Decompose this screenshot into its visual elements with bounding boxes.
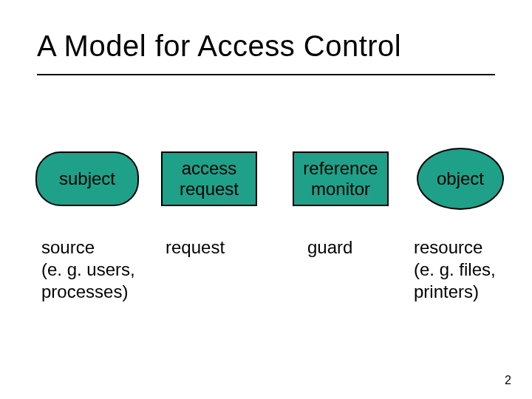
shape-object-label: object bbox=[437, 168, 484, 189]
shape-access-request: access request bbox=[161, 151, 257, 206]
slide: A Model for Access Control subject acces… bbox=[0, 0, 532, 399]
shape-reference-monitor-label: reference monitor bbox=[303, 158, 378, 199]
shape-reference-monitor: reference monitor bbox=[293, 151, 389, 206]
page-title: A Model for Access Control bbox=[37, 30, 401, 63]
shape-access-request-label: access request bbox=[180, 158, 239, 199]
page-number: 2 bbox=[505, 374, 511, 387]
annotation-object: resource (e. g. files, printers) bbox=[414, 236, 525, 303]
annotation-reference-monitor: guard bbox=[307, 236, 396, 259]
title-underline bbox=[37, 74, 495, 75]
annotation-subject: source (e. g. users, processes) bbox=[41, 236, 160, 303]
shape-object: object bbox=[417, 148, 504, 210]
shape-subject: subject bbox=[35, 151, 139, 206]
annotation-access-request: request bbox=[166, 236, 262, 259]
shape-subject-label: subject bbox=[59, 168, 115, 189]
